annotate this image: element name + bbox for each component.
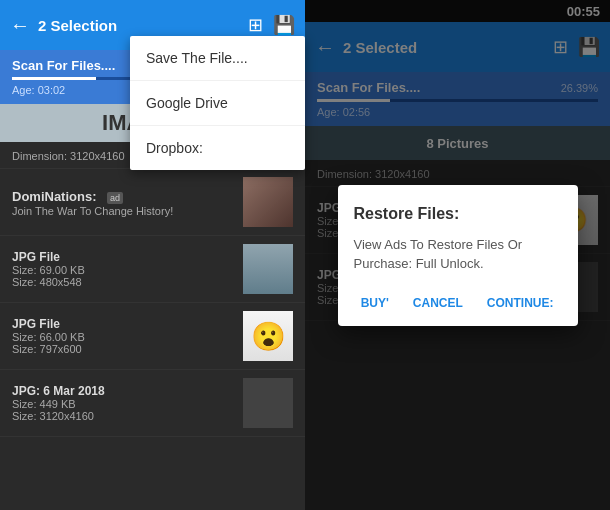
ad-content: DomiNations: ad Join The War To Change H… bbox=[12, 187, 243, 217]
modal-overlay: Restore Files: View Ads To Restore Files… bbox=[305, 0, 610, 510]
save-icon-left[interactable]: 💾 bbox=[273, 14, 295, 36]
dropdown-menu: Save The File.... Google Drive Dropbox: bbox=[130, 36, 305, 170]
scan-progress-fill-left bbox=[12, 77, 96, 80]
dropdown-google-drive[interactable]: Google Drive bbox=[130, 81, 305, 126]
file-size-2: Size: 66.00 KB bbox=[12, 331, 243, 343]
file-type-2: JPG File bbox=[12, 317, 243, 331]
ad-item: DomiNations: ad Join The War To Change H… bbox=[0, 169, 305, 236]
file-type-1: JPG File bbox=[12, 250, 243, 264]
left-panel: ← 2 Selection ⊞ 💾 Scan For Files.... Age… bbox=[0, 0, 305, 510]
file-type-3: JPG: 6 Mar 2018 bbox=[12, 384, 243, 398]
grid-icon-left[interactable]: ⊞ bbox=[248, 14, 263, 36]
modal-dialog: Restore Files: View Ads To Restore Files… bbox=[338, 185, 578, 326]
file-item-3[interactable]: JPG: 6 Mar 2018 Size: 449 KB Size: 3120x… bbox=[0, 370, 305, 437]
file-dim-1: Size: 480x548 bbox=[12, 276, 243, 288]
file-item-2[interactable]: JPG File Size: 66.00 KB Size: 797x600 😮 bbox=[0, 303, 305, 370]
file-info-2: JPG File Size: 66.00 KB Size: 797x600 bbox=[12, 317, 243, 355]
modal-body: View Ads To Restore Files Or Purchase: F… bbox=[354, 235, 562, 274]
file-thumb-2: 😮 bbox=[243, 311, 293, 361]
file-info-3: JPG: 6 Mar 2018 Size: 449 KB Size: 3120x… bbox=[12, 384, 243, 422]
ad-badge: ad bbox=[107, 192, 123, 204]
dropdown-save[interactable]: Save The File.... bbox=[130, 36, 305, 81]
back-button-left[interactable]: ← bbox=[10, 14, 30, 37]
dropdown-dropbox[interactable]: Dropbox: bbox=[130, 126, 305, 170]
ad-subtitle: Join The War To Change History! bbox=[12, 205, 243, 217]
right-panel: 00:55 ← 2 Selected ⊞ 💾 Scan For Files...… bbox=[305, 0, 610, 510]
left-toolbar-icons: ⊞ 💾 bbox=[248, 14, 295, 36]
file-dim-3: Size: 3120x4160 bbox=[12, 410, 243, 422]
file-thumb-3 bbox=[243, 378, 293, 428]
ad-title: DomiNations: bbox=[12, 189, 97, 204]
file-item-1[interactable]: JPG File Size: 69.00 KB Size: 480x548 bbox=[0, 236, 305, 303]
modal-title: Restore Files: bbox=[354, 205, 562, 223]
file-size-3: Size: 449 KB bbox=[12, 398, 243, 410]
file-size-1: Size: 69.00 KB bbox=[12, 264, 243, 276]
file-info-1: JPG File Size: 69.00 KB Size: 480x548 bbox=[12, 250, 243, 288]
file-dim-2: Size: 797x600 bbox=[12, 343, 243, 355]
modal-actions: BUY' CANCEL CONTINUE: bbox=[354, 290, 562, 316]
modal-cancel-button[interactable]: CANCEL bbox=[405, 290, 471, 316]
dimension-text-left: Dimension: 3120x4160 bbox=[12, 150, 125, 162]
ad-thumb bbox=[243, 177, 293, 227]
modal-continue-button[interactable]: CONTINUE: bbox=[479, 290, 562, 316]
ad-thumb-image bbox=[243, 177, 293, 227]
modal-buy-button[interactable]: BUY' bbox=[353, 290, 397, 316]
left-toolbar-title: 2 Selection bbox=[38, 17, 240, 34]
file-thumb-1 bbox=[243, 244, 293, 294]
